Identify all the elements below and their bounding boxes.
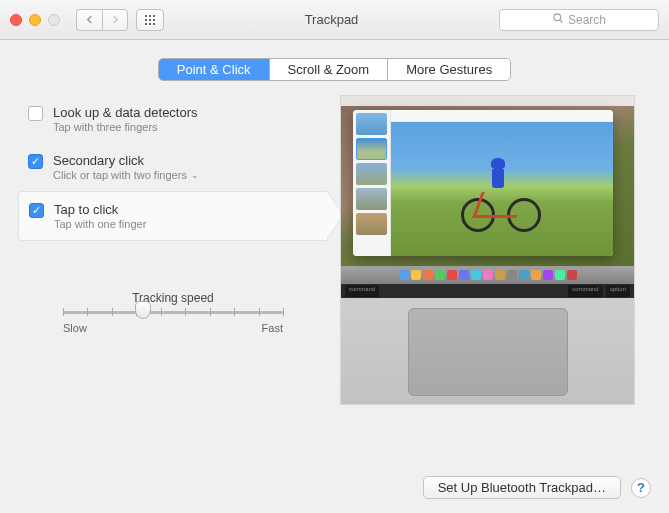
search-placeholder: Search bbox=[568, 13, 606, 27]
search-field[interactable]: Search bbox=[499, 9, 659, 31]
option-subtitle[interactable]: Click or tap with two fingers⌄ bbox=[53, 169, 199, 181]
checkbox[interactable]: ✓ bbox=[28, 154, 43, 169]
svg-point-0 bbox=[554, 14, 561, 21]
tab-scroll-zoom[interactable]: Scroll & Zoom bbox=[270, 59, 389, 80]
dock-app-icon bbox=[411, 270, 421, 280]
tracking-speed-label: Tracking speed bbox=[18, 291, 328, 305]
content-area: Point & ClickScroll & ZoomMore Gestures … bbox=[0, 40, 669, 513]
nav-buttons bbox=[76, 9, 128, 31]
forward-button[interactable] bbox=[102, 9, 128, 31]
tab-more-gestures[interactable]: More Gestures bbox=[388, 59, 510, 80]
preview-keyboard: command command option bbox=[341, 284, 634, 298]
tracking-speed-section: Tracking speed Slow Fast bbox=[18, 291, 328, 334]
preview-thumbnail bbox=[356, 188, 387, 210]
dock-app-icon bbox=[483, 270, 493, 280]
footer-row: Set Up Bluetooth Trackpad… ? bbox=[423, 476, 651, 499]
window-controls bbox=[10, 14, 60, 26]
option-title: Look up & data detectors bbox=[53, 105, 198, 120]
preview-dock bbox=[341, 266, 634, 284]
help-button[interactable]: ? bbox=[631, 478, 651, 498]
back-button[interactable] bbox=[76, 9, 102, 31]
zoom-window-button[interactable] bbox=[48, 14, 60, 26]
preview-menubar bbox=[341, 96, 634, 106]
slider-thumb[interactable] bbox=[135, 301, 151, 319]
svg-line-1 bbox=[560, 20, 563, 23]
preview-thumbnail bbox=[356, 213, 387, 235]
dock-app-icon bbox=[471, 270, 481, 280]
show-all-button[interactable] bbox=[136, 9, 164, 31]
option-subtitle: Tap with one finger bbox=[54, 218, 146, 230]
option-row[interactable]: ✓Secondary clickClick or tap with two fi… bbox=[18, 143, 328, 191]
preview-trackpad-surface bbox=[408, 308, 568, 396]
preview-photo bbox=[391, 122, 613, 256]
preview-thumbnail bbox=[356, 163, 387, 185]
option-row[interactable]: ✓Tap to clickTap with one finger bbox=[18, 191, 328, 241]
search-icon bbox=[552, 12, 564, 27]
preview-trackpad-body bbox=[341, 298, 634, 405]
titlebar: Trackpad Search bbox=[0, 0, 669, 40]
dock-app-icon bbox=[447, 270, 457, 280]
preview-thumbnail bbox=[356, 113, 387, 135]
key-command: command bbox=[345, 285, 379, 297]
dock-app-icon bbox=[423, 270, 433, 280]
dock-app-icon bbox=[435, 270, 445, 280]
chevron-down-icon: ⌄ bbox=[191, 170, 199, 180]
tab-bar: Point & ClickScroll & ZoomMore Gestures bbox=[18, 58, 651, 81]
option-subtitle: Tap with three fingers bbox=[53, 121, 198, 133]
option-row[interactable]: Look up & data detectorsTap with three f… bbox=[18, 95, 328, 143]
checkbox[interactable]: ✓ bbox=[29, 203, 44, 218]
dock-app-icon bbox=[555, 270, 565, 280]
gesture-preview: command command option bbox=[340, 95, 635, 405]
preview-app-window bbox=[353, 110, 613, 256]
slider-max-label: Fast bbox=[262, 322, 283, 334]
key-option: option bbox=[606, 285, 630, 297]
preview-sidebar bbox=[353, 110, 391, 256]
tab-point-click[interactable]: Point & Click bbox=[159, 59, 270, 80]
dock-app-icon bbox=[531, 270, 541, 280]
dock-app-icon bbox=[399, 270, 409, 280]
dock-app-icon bbox=[543, 270, 553, 280]
setup-bluetooth-button[interactable]: Set Up Bluetooth Trackpad… bbox=[423, 476, 621, 499]
preview-thumbnail bbox=[356, 138, 387, 160]
window-title: Trackpad bbox=[172, 12, 491, 27]
checkbox[interactable] bbox=[28, 106, 43, 121]
dock-app-icon bbox=[459, 270, 469, 280]
dock-app-icon bbox=[567, 270, 577, 280]
tracking-speed-slider[interactable] bbox=[63, 311, 283, 314]
dock-app-icon bbox=[519, 270, 529, 280]
slider-min-label: Slow bbox=[63, 322, 87, 334]
dock-app-icon bbox=[507, 270, 517, 280]
grid-icon bbox=[144, 14, 156, 26]
key-command: command bbox=[568, 285, 602, 297]
options-list: Look up & data detectorsTap with three f… bbox=[18, 95, 328, 241]
option-title: Secondary click bbox=[53, 153, 199, 168]
option-title: Tap to click bbox=[54, 202, 146, 217]
minimize-window-button[interactable] bbox=[29, 14, 41, 26]
preview-screen bbox=[341, 96, 634, 266]
dock-app-icon bbox=[495, 270, 505, 280]
close-window-button[interactable] bbox=[10, 14, 22, 26]
